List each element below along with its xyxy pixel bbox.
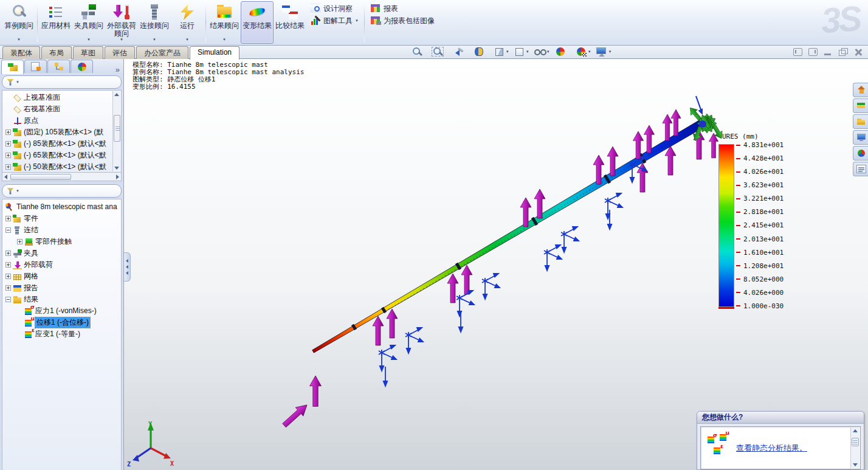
- panel-collapse-handle[interactable]: [124, 252, 131, 282]
- scroll-right-arrow[interactable]: [116, 175, 119, 179]
- tab-configurationmanager[interactable]: [47, 60, 70, 73]
- tree-item[interactable]: 右视基准面: [2, 103, 112, 115]
- ribbon-small-button[interactable]: 报表 ▼: [370, 4, 441, 13]
- expand-toggle[interactable]: [5, 227, 11, 233]
- tab-displaymanager[interactable]: [71, 60, 93, 73]
- ribbon-button[interactable]: 运行 ▼: [171, 1, 204, 44]
- scroll-left-arrow[interactable]: [4, 175, 7, 179]
- scroll-down-arrow[interactable]: [114, 167, 119, 170]
- task-pane-tab[interactable]: [853, 162, 868, 176]
- command-tab[interactable]: 装配体: [2, 46, 40, 59]
- help-panel-scrollbar[interactable]: [850, 427, 859, 468]
- study-root-item[interactable]: Tianhe 8m telescopic mast ana: [2, 201, 121, 213]
- expand-toggle[interactable]: [17, 239, 22, 244]
- scroll-down-arrow[interactable]: [853, 463, 858, 466]
- tree-item[interactable]: (-) 65装配体<1> (默认<默: [2, 150, 112, 161]
- expand-toggle[interactable]: [5, 164, 11, 170]
- view-toolbar-button[interactable]: ▼: [473, 47, 489, 57]
- expand-toggle[interactable]: [5, 216, 11, 221]
- collapse-right-icon[interactable]: [808, 48, 818, 56]
- expand-toggle[interactable]: [5, 297, 11, 302]
- view-toolbar-button[interactable]: ▼: [514, 47, 529, 57]
- tree-item[interactable]: (-) 85装配体<1> (默认<默: [2, 138, 112, 150]
- view-static-results-link[interactable]: 查看静态分析结果。: [736, 443, 807, 454]
- minimize-icon[interactable]: [824, 48, 833, 56]
- manager-overflow-chevron[interactable]: »: [113, 65, 122, 74]
- scrollbar-thumb[interactable]: [10, 174, 71, 180]
- command-tab[interactable]: 办公室产品: [136, 46, 188, 59]
- task-pane-tab[interactable]: [853, 98, 868, 113]
- tree-item[interactable]: (-) 50装配体<1> (默认<默: [2, 161, 112, 173]
- ribbon-small-button[interactable]: 为报表包括图像 ▼: [370, 16, 441, 26]
- ribbon-button[interactable]: 连接顾问 ▼: [138, 1, 171, 44]
- expand-toggle[interactable]: [5, 274, 11, 279]
- scrollbar-thumb[interactable]: [114, 115, 120, 142]
- ribbon-button[interactable]: 算例顾问 ▼: [2, 1, 35, 44]
- restore-icon[interactable]: [839, 48, 848, 56]
- ribbon-button[interactable]: 变形结果 ▼: [241, 1, 274, 44]
- command-tab[interactable]: 评估: [105, 46, 135, 59]
- scroll-up-arrow[interactable]: [853, 429, 858, 432]
- expand-toggle[interactable]: [5, 262, 11, 268]
- tree-item[interactable]: 应力1 (-vonMises-): [2, 305, 121, 317]
- ribbon-small-button[interactable]: 图解工具 ▼: [310, 16, 359, 26]
- expand-toggle[interactable]: [5, 153, 11, 158]
- view-toolbar-button[interactable]: ▼: [554, 47, 571, 57]
- tree-item[interactable]: (固定) 105装配体<1> (默: [2, 126, 112, 138]
- expand-toggle[interactable]: [5, 285, 11, 291]
- ribbon-button[interactable]: 比较结果 ▼: [274, 1, 306, 44]
- expand-toggle[interactable]: [5, 251, 11, 256]
- ribbon-button[interactable]: 结果顾问 ▼: [208, 1, 241, 44]
- view-toolbar-button[interactable]: ▼: [596, 47, 612, 57]
- tree-item[interactable]: 连结: [2, 224, 121, 236]
- command-tab[interactable]: 草图: [73, 46, 103, 59]
- tree-item[interactable]: 报告: [2, 282, 121, 294]
- view-toolbar-button[interactable]: ▼: [411, 47, 427, 57]
- feature-manager-panel: » ▼ 上视基准面 右视基准面: [0, 59, 124, 470]
- view-toolbar-button[interactable]: ▼: [432, 47, 448, 57]
- task-pane-tab[interactable]: [853, 83, 868, 97]
- tree-item[interactable]: 网格: [2, 271, 121, 282]
- tree-item[interactable]: 夹具: [2, 247, 121, 259]
- tree-item[interactable]: 外部载荷: [2, 259, 121, 271]
- horizontal-scrollbar[interactable]: [2, 173, 122, 181]
- tree-item[interactable]: 零件: [2, 213, 121, 224]
- close-icon[interactable]: [854, 48, 863, 56]
- tree-item[interactable]: 原点: [2, 115, 112, 126]
- view-toolbar-button[interactable]: ▼: [494, 47, 509, 57]
- command-tab[interactable]: Simulation: [190, 46, 239, 60]
- tab-propertymanager[interactable]: [24, 60, 47, 73]
- graphics-area[interactable]: Y X Z 模型名称: Tianhe 8m telescopic mast 算例…: [124, 59, 868, 470]
- collapse-left-icon[interactable]: [793, 48, 802, 56]
- view-toolbar-button[interactable]: ▼: [575, 47, 591, 57]
- tree-item[interactable]: 零部件接触: [2, 236, 121, 247]
- tree-item[interactable]: 应变1 (-等量-): [2, 328, 121, 340]
- dropdown-caret: ▼: [185, 38, 189, 42]
- tree-item-label: 零部件接触: [35, 237, 72, 247]
- task-pane-tab[interactable]: [853, 114, 868, 129]
- triad-x-label: X: [170, 460, 174, 467]
- vertical-scrollbar[interactable]: [112, 91, 120, 171]
- feature-tree: 上视基准面 右视基准面 原点: [2, 90, 122, 173]
- ribbon-button[interactable]: 应用材料 ▼: [40, 1, 72, 44]
- ribbon-button[interactable]: 外部载荷顾问 ▼: [105, 1, 138, 44]
- tree-item[interactable]: 上视基准面: [2, 92, 112, 103]
- feature-tree-filter[interactable]: ▼: [2, 75, 122, 89]
- task-pane-tab[interactable]: [853, 130, 868, 145]
- view-toolbar-button[interactable]: ▼: [452, 47, 469, 57]
- ribbon-button[interactable]: 夹具顾问 ▼: [72, 1, 105, 44]
- tree-item[interactable]: 位移1 (-合位移-): [2, 317, 121, 328]
- legend-entry: 2.818e+001: [736, 208, 784, 216]
- ribbon-group: 算例顾问 ▼: [2, 1, 35, 44]
- command-tab[interactable]: 布局: [41, 46, 72, 59]
- expand-toggle[interactable]: [5, 141, 11, 147]
- tree-item[interactable]: 结果: [2, 294, 121, 305]
- task-pane-tab[interactable]: [853, 146, 868, 161]
- study-tree-filter[interactable]: ▼: [2, 184, 122, 198]
- view-toolbar-button[interactable]: ▼: [534, 47, 550, 57]
- expand-toggle[interactable]: [5, 130, 11, 135]
- scrollbar-thumb[interactable]: [852, 438, 859, 446]
- ribbon-small-button[interactable]: 设计洞察 ▼: [310, 4, 359, 13]
- scroll-up-arrow[interactable]: [114, 93, 119, 96]
- tab-featuremanager[interactable]: [1, 60, 24, 74]
